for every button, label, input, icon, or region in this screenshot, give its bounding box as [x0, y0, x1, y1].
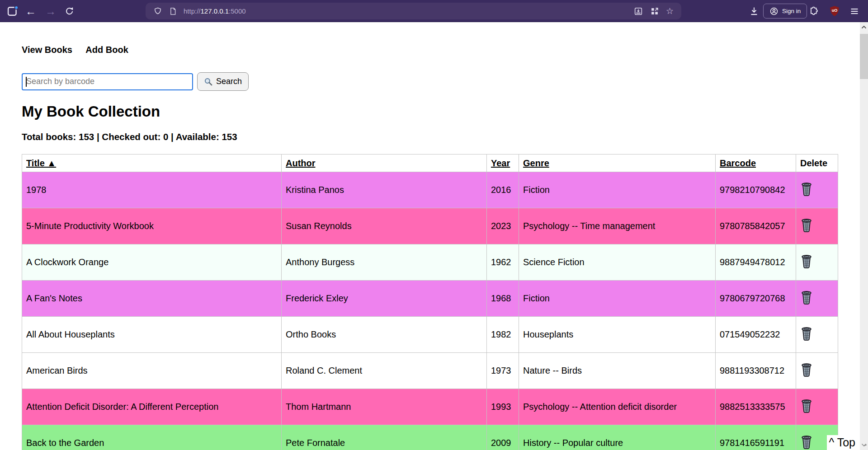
table-row: A Clockwork Orange Anthony Burgess 1962 … — [22, 244, 838, 281]
browser-app-icon[interactable] — [6, 0, 19, 22]
cell-author: Thom Hartmann — [282, 389, 487, 425]
cell-genre: Fiction — [519, 172, 716, 208]
nav-add-book-link[interactable]: Add Book — [85, 45, 128, 55]
trash-icon — [800, 182, 813, 196]
magnifier-icon — [204, 77, 213, 86]
scrollbar[interactable] — [860, 22, 868, 450]
delete-book-button[interactable] — [800, 290, 813, 306]
extensions-puzzle-icon[interactable] — [808, 0, 819, 22]
delete-book-button[interactable] — [800, 362, 813, 378]
cell-barcode: 9887949478012 — [716, 244, 796, 281]
cell-author: Anthony Burgess — [282, 244, 487, 281]
cell-barcode: 071549052232 — [716, 317, 796, 353]
sort-genre-header[interactable]: Genre — [523, 158, 549, 168]
reload-button[interactable] — [64, 0, 75, 22]
cell-genre: Houseplants — [519, 317, 716, 353]
sort-author-header[interactable]: Author — [286, 158, 316, 168]
open-in-app-grid-icon[interactable] — [650, 6, 660, 16]
search-button[interactable]: Search — [197, 72, 249, 91]
ublock-shield-icon[interactable]: uO — [829, 0, 840, 22]
delete-book-button[interactable] — [800, 398, 813, 414]
cell-author: Roland C. Clement — [282, 353, 487, 389]
save-page-icon[interactable] — [633, 6, 643, 16]
scrollbar-thumb[interactable] — [860, 34, 868, 79]
delete-book-button[interactable] — [800, 182, 813, 197]
menu-hamburger-icon[interactable] — [849, 0, 860, 22]
forward-button[interactable]: → — [45, 0, 56, 22]
cell-title: A Clockwork Orange — [22, 244, 282, 281]
delete-book-button[interactable] — [800, 435, 813, 450]
back-button[interactable]: ← — [25, 0, 36, 22]
trash-icon — [800, 362, 813, 377]
cell-title: All About Houseplants — [22, 317, 282, 353]
table-row: Attention Deficit Disorder: A Different … — [22, 389, 838, 425]
table-row: A Fan's Notes Frederick Exley 1968 Ficti… — [22, 281, 838, 317]
book-table-body: 1978 Kristina Panos 2016 Fiction 9798210… — [22, 172, 838, 450]
cell-author: Pete Fornatale — [282, 425, 487, 450]
delete-header: Delete — [796, 155, 838, 172]
url-host: 127.0.0.1 — [201, 7, 229, 15]
trash-icon — [800, 326, 813, 341]
url-bar[interactable]: http://127.0.0.1:5000 ☆ — [146, 3, 681, 19]
table-row: Back to the Garden Pete Fornatale 2009 H… — [22, 425, 838, 450]
scrollbar-down-arrow-icon[interactable] — [860, 441, 868, 449]
delete-book-button[interactable] — [800, 254, 813, 270]
cell-genre: Nature -- Birds — [519, 353, 716, 389]
trash-icon — [800, 290, 813, 305]
cell-title: American Birds — [22, 353, 282, 389]
table-row: All About Houseplants Ortho Books 1982 H… — [22, 317, 838, 353]
cell-year: 1982 — [487, 317, 519, 353]
cell-author: Susan Reynolds — [282, 208, 487, 244]
cell-year: 1993 — [487, 389, 519, 425]
cell-genre: History -- Popular culture — [519, 425, 716, 450]
trash-icon — [800, 398, 813, 413]
search-button-label: Search — [216, 77, 242, 86]
scrollbar-up-arrow-icon[interactable] — [860, 23, 868, 31]
back-to-top-link[interactable]: ^ Top — [827, 435, 857, 450]
cell-genre: Fiction — [519, 281, 716, 317]
site-nav: View Books Add Book — [22, 45, 868, 55]
cell-title: Back to the Garden — [22, 425, 282, 450]
sort-barcode-header[interactable]: Barcode — [720, 158, 756, 168]
search-input[interactable] — [22, 73, 193, 90]
cell-title: A Fan's Notes — [22, 281, 282, 317]
url-port: :5000 — [229, 7, 246, 15]
book-table: Title ▲ Author Year Genre Barcode Delete… — [22, 154, 838, 450]
table-header-row: Title ▲ Author Year Genre Barcode Delete — [22, 155, 838, 172]
cell-year: 2023 — [487, 208, 519, 244]
cell-barcode: 9881193308712 — [716, 353, 796, 389]
cell-title: Attention Deficit Disorder: A Different … — [22, 389, 282, 425]
page-content: View Books Add Book Search My Book Colle… — [0, 22, 868, 450]
ublock-badge-text: uO — [832, 8, 838, 12]
page-info-icon[interactable] — [169, 7, 177, 16]
cell-barcode: 9780679720768 — [716, 281, 796, 317]
cell-title: 5-Minute Productivity Workbook — [22, 208, 282, 244]
cell-author: Frederick Exley — [282, 281, 487, 317]
trash-icon — [800, 435, 813, 449]
sign-in-label: Sign in — [782, 8, 801, 14]
trash-icon — [800, 218, 813, 232]
sort-title-header[interactable]: Title ▲ — [26, 158, 56, 168]
bookmark-star-icon[interactable]: ☆ — [666, 6, 674, 16]
trash-icon — [800, 254, 813, 268]
table-row: American Birds Roland C. Clement 1973 Na… — [22, 353, 838, 389]
cell-genre: Science Fiction — [519, 244, 716, 281]
nav-view-books-link[interactable]: View Books — [22, 45, 72, 55]
sort-year-header[interactable]: Year — [491, 158, 510, 168]
table-row: 1978 Kristina Panos 2016 Fiction 9798210… — [22, 172, 838, 208]
delete-book-button[interactable] — [800, 326, 813, 342]
cell-title: 1978 — [22, 172, 282, 208]
cell-author: Ortho Books — [282, 317, 487, 353]
delete-book-button[interactable] — [800, 218, 813, 234]
sign-in-button[interactable]: Sign in — [763, 4, 807, 19]
cell-year: 2009 — [487, 425, 519, 450]
cell-genre: Psychology -- Attention deficit disorder — [519, 389, 716, 425]
url-text[interactable]: http://127.0.0.1:5000 — [184, 7, 246, 15]
browser-toolbar: ← → http://127.0.0.1:5000 — [0, 0, 868, 22]
cell-barcode: 9780785842057 — [716, 208, 796, 244]
tracking-protection-shield-icon[interactable] — [153, 7, 162, 16]
cell-barcode: 9882513333575 — [716, 389, 796, 425]
cell-year: 1973 — [487, 353, 519, 389]
downloads-icon[interactable] — [749, 0, 760, 22]
collection-stats: Total books: 153 | Checked out: 0 | Avai… — [22, 131, 868, 142]
